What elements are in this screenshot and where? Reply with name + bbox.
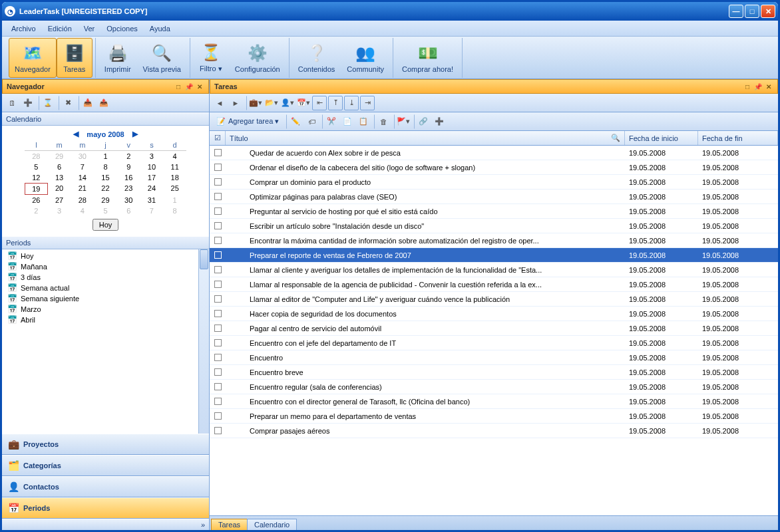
task-checkbox[interactable] bbox=[214, 295, 222, 303]
calendar-day-prev[interactable]: 29 bbox=[48, 151, 71, 162]
nav-back-icon[interactable]: ◄ bbox=[212, 96, 227, 110]
nav-categorías[interactable]: 🗂️Categorías bbox=[2, 455, 209, 476]
calendar-day[interactable]: 8 bbox=[94, 162, 117, 172]
column-title[interactable]: Título🔍 bbox=[226, 131, 625, 145]
calendar-today-button[interactable]: Hoy bbox=[93, 219, 119, 231]
task-checkbox[interactable] bbox=[214, 193, 222, 200]
task-checkbox[interactable] bbox=[214, 368, 222, 376]
calendar-day[interactable]: 26 bbox=[25, 195, 48, 205]
nav-collapse-chevron[interactable]: » bbox=[2, 519, 209, 530]
calendar-day[interactable]: 23 bbox=[117, 183, 140, 195]
nav-proyectos[interactable]: 💼Proyectos bbox=[2, 434, 209, 455]
toolbar-configuracin[interactable]: ⚙️Configuración bbox=[229, 38, 286, 78]
minimize-button[interactable]: — bbox=[729, 5, 743, 18]
calendar-day[interactable]: 1 bbox=[94, 151, 117, 162]
cut-icon[interactable]: ✂️ bbox=[324, 114, 339, 129]
edit-props-icon[interactable]: 🏷 bbox=[304, 114, 319, 129]
calendar-prev-month[interactable]: ◀ bbox=[69, 130, 83, 138]
toolbar-community[interactable]: 👥Community bbox=[341, 38, 390, 78]
period-item[interactable]: Mañana bbox=[2, 261, 209, 272]
calendar-day-next[interactable]: 7 bbox=[140, 205, 164, 216]
task-checkbox[interactable] bbox=[214, 383, 222, 390]
task-checkbox[interactable] bbox=[214, 398, 222, 405]
move-right-icon[interactable]: ⇥ bbox=[360, 96, 375, 110]
calendar-next-month[interactable]: ▶ bbox=[128, 130, 142, 138]
toolbar-comprarahora[interactable]: 💵Comprar ahora! bbox=[396, 38, 459, 78]
task-checkbox[interactable] bbox=[214, 325, 222, 332]
calendar-day[interactable]: 27 bbox=[48, 195, 71, 205]
calendar-day[interactable]: 21 bbox=[71, 183, 94, 195]
task-checkbox[interactable] bbox=[214, 164, 222, 171]
nav-fwd-icon[interactable]: ► bbox=[228, 96, 243, 110]
period-item[interactable]: 3 días bbox=[2, 272, 209, 283]
calendar-day[interactable]: 10 bbox=[140, 162, 164, 172]
move-left-icon[interactable]: ⇤ bbox=[312, 96, 327, 110]
nav-periods[interactable]: 📅Periods bbox=[2, 497, 209, 519]
nav-tool-3[interactable]: ⌛ bbox=[41, 96, 55, 110]
panel-close-icon[interactable]: ✕ bbox=[195, 82, 204, 91]
calendar-day[interactable]: 24 bbox=[140, 183, 164, 195]
task-row[interactable]: Encuentro con el director general de Tar… bbox=[210, 394, 778, 409]
menu-ver[interactable]: Ver bbox=[79, 23, 100, 35]
user-dropdown-icon[interactable]: 👤▾ bbox=[280, 96, 295, 110]
flag-dropdown-icon[interactable]: 🚩▾ bbox=[396, 114, 411, 129]
task-row[interactable]: Encuentro con el jefe del departamento d… bbox=[210, 336, 778, 350]
task-checkbox[interactable] bbox=[214, 251, 222, 259]
cal-dropdown-icon[interactable]: 📅▾ bbox=[296, 96, 311, 110]
calendar-day[interactable]: 28 bbox=[71, 195, 94, 205]
move-up-icon[interactable]: ⤒ bbox=[328, 96, 343, 110]
task-checkbox[interactable] bbox=[214, 266, 222, 273]
task-row[interactable]: Hacer copia de seguridad de los document… bbox=[210, 307, 778, 321]
task-checkbox[interactable] bbox=[214, 149, 222, 156]
task-checkbox[interactable] bbox=[214, 281, 222, 288]
calendar-day-prev[interactable]: 30 bbox=[71, 151, 94, 162]
link-new-icon[interactable]: ➕ bbox=[432, 114, 447, 129]
period-item[interactable]: Hoy bbox=[2, 251, 209, 261]
task-row[interactable]: Encuentro19.05.200819.05.2008 bbox=[210, 350, 778, 365]
task-row[interactable]: Preparar el reporte de ventas de Febrero… bbox=[210, 248, 778, 263]
task-checkbox[interactable] bbox=[214, 237, 222, 244]
task-row[interactable]: Optimizar páginas para palabras clave (S… bbox=[210, 190, 778, 204]
task-row[interactable]: Preguntar al servicio de hosting por qué… bbox=[210, 204, 778, 219]
delete-icon[interactable]: 🗑 bbox=[376, 114, 391, 129]
calendar-day[interactable]: 2 bbox=[117, 151, 140, 162]
period-item[interactable]: Marzo bbox=[2, 304, 209, 315]
scrollbar[interactable] bbox=[198, 249, 209, 434]
calendar-day-next[interactable]: 3 bbox=[48, 205, 71, 216]
calendar-day[interactable]: 3 bbox=[140, 151, 164, 162]
calendar-day[interactable]: 16 bbox=[117, 172, 140, 183]
toolbar-filtro[interactable]: ⏳Filtro ▾ bbox=[193, 38, 229, 78]
calendar-day[interactable]: 18 bbox=[163, 172, 186, 183]
copy-icon[interactable]: 📄 bbox=[340, 114, 355, 129]
folder-dropdown-icon[interactable]: 💼▾ bbox=[248, 96, 263, 110]
nav-tool-6[interactable]: 📤 bbox=[97, 96, 111, 110]
search-icon[interactable]: 🔍 bbox=[611, 134, 620, 142]
calendar-day[interactable]: 19 bbox=[25, 183, 48, 195]
toolbar-imprimir[interactable]: 🖨️Imprimir bbox=[98, 38, 137, 78]
task-checkbox[interactable] bbox=[214, 310, 222, 317]
period-item[interactable]: Semana siguiente bbox=[2, 293, 209, 304]
period-item[interactable]: Abril bbox=[2, 315, 209, 325]
task-row[interactable]: Llamar al responsable de la agencia de p… bbox=[210, 277, 778, 292]
maximize-button[interactable]: □ bbox=[745, 5, 759, 18]
calendar-day[interactable]: 25 bbox=[163, 183, 186, 195]
column-start-date[interactable]: Fecha de inicio bbox=[625, 131, 698, 145]
close-button[interactable]: ✕ bbox=[761, 5, 775, 18]
menu-archivo[interactable]: Archivo bbox=[6, 23, 41, 35]
open-dropdown-icon[interactable]: 📂▾ bbox=[264, 96, 279, 110]
calendar-day-next[interactable]: 8 bbox=[163, 205, 186, 216]
nav-tool-1[interactable]: 🗓 bbox=[5, 96, 19, 110]
toolbar-tareas[interactable]: 🗄️Tareas bbox=[57, 38, 93, 78]
menu-opciones[interactable]: Opciones bbox=[101, 23, 142, 35]
task-row[interactable]: Encuentro breve19.05.200819.05.2008 bbox=[210, 365, 778, 380]
move-down-icon[interactable]: ⤓ bbox=[344, 96, 359, 110]
task-row[interactable]: Pagar al centro de servicio del automóvi… bbox=[210, 321, 778, 336]
add-task-button[interactable]: 📝 Agregar tarea ▾ bbox=[212, 116, 283, 127]
link-add-icon[interactable]: 🔗 bbox=[416, 114, 431, 129]
calendar-day[interactable]: 14 bbox=[71, 172, 94, 183]
column-checkbox[interactable]: ☑ bbox=[210, 131, 226, 145]
calendar-day-next[interactable]: 4 bbox=[71, 205, 94, 216]
menu-edición[interactable]: Edición bbox=[43, 23, 77, 35]
menu-ayuda[interactable]: Ayuda bbox=[144, 23, 176, 35]
toolbar-navegador[interactable]: 🗺️Navegador bbox=[9, 38, 57, 78]
